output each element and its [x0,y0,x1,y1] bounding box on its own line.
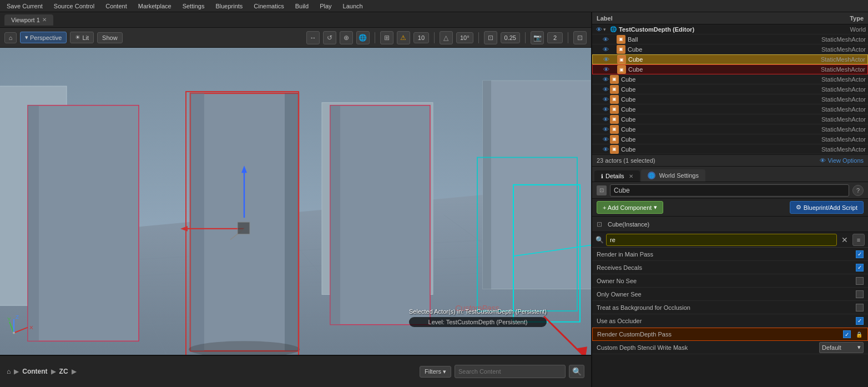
list-item[interactable]: 👁 ▣ Cube StaticMeshActor [592,44,868,54]
treat-background-checkbox[interactable] [856,304,864,311]
eye-icon[interactable]: 👁 [601,115,610,124]
eye-icon[interactable]: 👁 [601,105,610,114]
grid-btn[interactable]: ⊞ [380,31,393,44]
menu-play[interactable]: Play [317,2,334,11]
perspective-btn[interactable]: ▾ Perspective [20,32,67,43]
lit-icon: ☀ [75,34,80,41]
list-item[interactable]: 👁 ▣ Cube StaticMeshActor [592,144,868,154]
camera-value[interactable]: 2 [547,32,563,43]
menu-content[interactable]: Content [103,2,129,11]
content-path-content[interactable]: Content [22,368,47,375]
content-arrow2: ▶ [51,368,56,375]
help-btn[interactable]: ? [852,185,864,196]
list-item[interactable]: 👁 ▣ Cube StaticMeshActor [592,74,868,84]
perspective-dropdown-icon: ▾ [25,34,28,41]
show-btn[interactable]: Show [97,32,123,43]
menu-source[interactable]: Source Control [52,2,97,11]
eye-icon[interactable]: 👁 [594,25,603,34]
mesh-icon: ▣ [610,95,619,104]
render-custom-depth-checkbox[interactable] [843,330,851,338]
blueprint-label: Blueprint/Add Script [804,204,857,211]
menu-launch[interactable]: Launch [341,2,365,11]
use-as-occluder-checkbox[interactable] [856,317,864,325]
dropdown-chevron: ▾ [857,344,861,351]
list-item[interactable]: 👁 ▣ Cube StaticMeshActor [592,114,868,124]
expand-icon[interactable]: ▾ [603,27,610,32]
scale-icon[interactable]: ⊡ [484,31,497,44]
home-btn[interactable]: ⌂ [4,32,17,43]
svg-rect-20 [285,93,299,351]
owner-no-see-checkbox[interactable] [856,277,864,285]
item-name: Cube [628,56,776,63]
list-item[interactable]: 👁 ▣ Cube StaticMeshActor [592,94,868,104]
filters-btn[interactable]: Filters ▾ [420,366,451,378]
tab-world-settings[interactable]: 🌐 World Settings [641,169,705,182]
eye-icon[interactable]: 👁 [601,125,610,134]
camera-icon[interactable]: 📷 [531,31,544,44]
eye-icon[interactable]: 👁 [602,55,610,64]
details-tabs: ℹ Details ✕ 🌐 World Settings [592,167,868,182]
list-item-selected[interactable]: 👁 ▣ Cube StaticMeshActor [592,54,868,64]
prop-treat-background: Treat as Background for Occlusion [592,301,868,314]
eye-icon[interactable]: 👁 [601,85,610,94]
blueprint-btn[interactable]: ⚙ Blueprint/Add Script [790,201,864,214]
rotate-tool-btn[interactable]: ↺ [323,31,336,44]
eye-icon[interactable]: 👁 [602,65,610,74]
svg-rect-19 [190,93,204,351]
item-type: StaticMeshActor [777,116,866,123]
eye-icon[interactable]: 👁 [601,45,610,54]
content-home-icon[interactable]: ⌂ [7,368,11,375]
viewport-tab[interactable]: Viewport 1 ✕ [4,14,53,26]
menu-cinematics[interactable]: Cinematics [251,2,286,11]
actor-name-input[interactable] [610,184,849,197]
angle-value[interactable]: 10° [456,32,473,43]
list-item[interactable]: 👁 ▣ Cube StaticMeshActor [592,64,868,74]
list-item[interactable]: 👁 ▣ Ball StaticMeshActor [592,34,868,44]
eye-icon[interactable]: 👁 [601,75,610,84]
close-icon[interactable]: ✕ [42,17,47,23]
tab-details[interactable]: ℹ Details ✕ [594,170,640,182]
list-item[interactable]: 👁 ▣ Cube StaticMeshActor [592,104,868,114]
eye-icon[interactable]: 👁 [601,95,610,104]
grid-size[interactable]: 10 [413,32,429,43]
mesh-icon: ▣ [610,135,619,144]
viewport-canvas[interactable]: CustomPass X Y Z Selected [0,48,591,355]
menu-blueprints[interactable]: Blueprints [213,2,245,11]
prop-list-btn[interactable]: ≡ [852,234,865,246]
eye-icon[interactable]: 👁 [601,145,610,154]
content-search-input[interactable] [455,365,566,378]
list-item[interactable]: 👁 ▣ Cube StaticMeshActor [592,84,868,94]
custom-depth-stencil-dropdown[interactable]: Default ▾ [819,342,864,353]
render-main-pass-checkbox[interactable] [856,250,864,258]
receives-decals-checkbox[interactable] [856,264,864,272]
perspective-label: Perspective [30,34,62,41]
outliner-root-item[interactable]: 👁 ▾ 🌐 TestCustomDepth (Editor) World [592,24,868,34]
view-options-btn[interactable]: 👁 View Options [820,157,864,164]
content-search-btn[interactable]: 🔍 [569,365,584,378]
lock-icon[interactable]: 🔒 [855,330,863,338]
list-item[interactable]: 👁 ▣ Cube StaticMeshActor [592,124,868,134]
menu-build[interactable]: Build [293,2,311,11]
menu-save[interactable]: Save Current [4,2,45,11]
mesh-icon: ▣ [617,45,625,54]
svg-text:Z: Z [16,314,19,320]
lit-btn[interactable]: ☀ Lit [70,32,94,43]
prop-search-input[interactable] [606,234,837,246]
list-item[interactable]: 👁 ▣ Cube StaticMeshActor [592,134,868,144]
scale-value[interactable]: 0.25 [501,32,520,43]
menu-marketplace[interactable]: Marketplace [136,2,174,11]
details-tab-close[interactable]: ✕ [629,173,633,179]
content-path-zc[interactable]: ZC [59,368,68,375]
world-local-btn[interactable]: 🌐 [356,31,370,44]
only-owner-see-checkbox[interactable] [856,290,864,298]
eye-icon[interactable]: 👁 [601,135,610,144]
move-tool-btn[interactable]: ↔ [306,31,320,44]
maximize-btn[interactable]: ⊡ [573,31,587,44]
eye-icon[interactable]: 👁 [601,35,610,44]
search-clear-btn[interactable]: ✕ [839,235,850,244]
menu-settings[interactable]: Settings [180,2,207,11]
add-component-btn[interactable]: + Add Component ▾ [597,201,663,214]
warning-btn[interactable]: ⚠ [397,31,410,44]
angle-icon[interactable]: △ [440,31,453,44]
scale-tool-btn[interactable]: ⊕ [340,31,353,44]
